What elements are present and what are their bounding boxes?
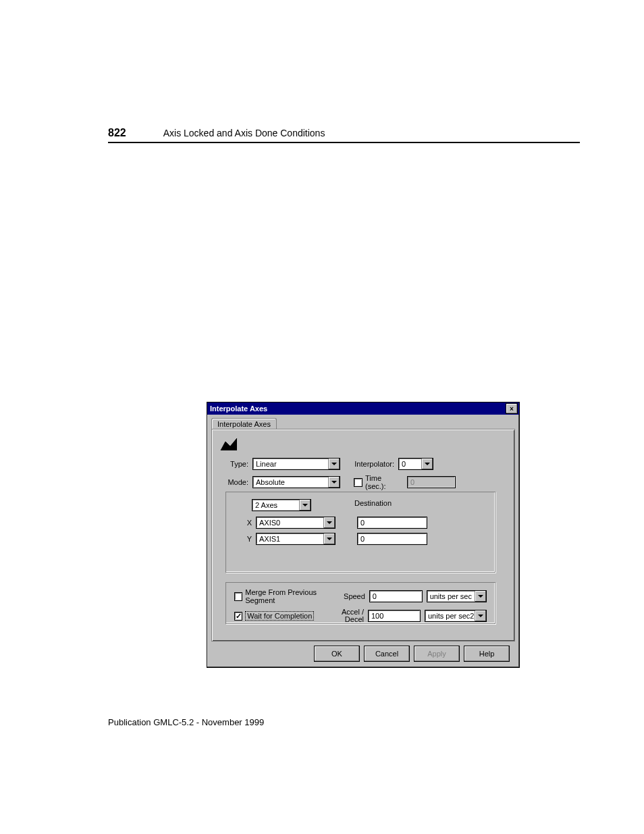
speed-input[interactable]: 0	[369, 590, 423, 602]
svg-marker-0	[221, 438, 237, 450]
interpolate-axes-dialog: Interpolate Axes × Interpolate Axes Type…	[207, 402, 520, 668]
row-mode: Mode: Absolute Time (sec.): 0	[220, 474, 506, 490]
mode-value: Absolute	[253, 478, 328, 486]
dialog-title: Interpolate Axes	[210, 405, 267, 413]
help-button[interactable]: Help	[464, 646, 510, 662]
time-checkbox[interactable]	[354, 478, 363, 487]
tab-panel: Type: Linear Interpolator: 0 Mode: Absol…	[211, 429, 515, 642]
merge-label: Merge From Previous Segment	[245, 588, 340, 604]
cancel-button[interactable]: Cancel	[364, 646, 410, 662]
time-input: 0	[407, 476, 456, 488]
accel-label: Accel / Decel	[339, 608, 368, 623]
chevron-down-icon	[299, 500, 311, 511]
row-axis-x: X AXIS0 0	[234, 517, 487, 529]
axis-y-value: AXIS1	[257, 535, 323, 543]
type-select[interactable]: Linear	[252, 458, 340, 470]
axes-count-select[interactable]: 2 Axes	[252, 499, 311, 511]
chevron-down-icon	[421, 459, 433, 469]
motion-group: Merge From Previous Segment Speed 0 unit…	[225, 582, 495, 624]
type-value: Linear	[253, 460, 328, 468]
wait-label-text: Wait for Completion	[245, 611, 314, 621]
mode-select[interactable]: Absolute	[252, 476, 340, 488]
tab-interpolate-axes[interactable]: Interpolate Axes	[211, 418, 277, 429]
mode-label: Mode:	[220, 478, 252, 486]
chevron-down-icon	[475, 610, 486, 621]
dialog-buttons: OK Cancel Apply Help	[314, 646, 510, 662]
ok-button[interactable]: OK	[314, 646, 360, 662]
axis-x-select[interactable]: AXIS0	[256, 517, 336, 529]
speed-label: Speed	[340, 592, 369, 600]
interpolator-value: 0	[399, 460, 421, 468]
titlebar: Interpolate Axes ×	[207, 402, 519, 415]
page-header: 822 Axis Locked and Axis Done Conditions	[108, 127, 580, 143]
page: 822 Axis Locked and Axis Done Conditions…	[0, 0, 644, 834]
speed-units-select[interactable]: units per sec	[427, 590, 487, 602]
chevron-down-icon	[328, 477, 340, 488]
time-label: Time (sec.):	[365, 474, 407, 490]
axes-count-value: 2 Axes	[252, 501, 299, 509]
section-title: Axis Locked and Axis Done Conditions	[163, 128, 325, 138]
accel-units-select[interactable]: units per sec2	[425, 610, 487, 622]
row-axis-y: Y AXIS1 0	[234, 533, 487, 545]
axis-y-label: Y	[234, 535, 256, 543]
wait-label: Wait for Completion	[245, 612, 339, 620]
interpolator-label: Interpolator:	[354, 460, 398, 468]
row-type: Type: Linear Interpolator: 0	[220, 458, 506, 470]
speed-units-value: units per sec	[427, 592, 475, 600]
merge-checkbox[interactable]	[234, 592, 242, 601]
accel-input[interactable]: 100	[368, 610, 421, 622]
type-label: Type:	[220, 460, 252, 468]
axis-x-destination[interactable]: 0	[357, 517, 427, 529]
close-button[interactable]: ×	[506, 403, 518, 414]
publication-footer: Publication GMLC-5.2 - November 1999	[108, 717, 264, 727]
accel-units-value: units per sec2	[425, 612, 475, 620]
wait-checkbox[interactable]	[234, 612, 242, 621]
row-wait-accel: Wait for Completion Accel / Decel 100 un…	[234, 608, 487, 623]
chevron-down-icon	[323, 517, 335, 528]
interpolate-icon	[220, 436, 238, 451]
page-number: 822	[108, 127, 126, 139]
axes-group: 2 Axes Destination X AXIS0 0 Y	[225, 492, 495, 573]
axis-y-destination[interactable]: 0	[357, 533, 427, 545]
chevron-down-icon	[323, 533, 335, 544]
close-icon: ×	[510, 405, 514, 413]
chevron-down-icon	[475, 591, 486, 602]
tab-strip: Interpolate Axes	[207, 415, 519, 429]
axis-x-label: X	[234, 519, 256, 527]
interpolator-select[interactable]: 0	[398, 458, 433, 470]
axis-x-value: AXIS0	[257, 519, 323, 527]
chevron-down-icon	[328, 459, 340, 469]
apply-button: Apply	[414, 646, 460, 662]
row-merge-speed: Merge From Previous Segment Speed 0 unit…	[234, 588, 487, 604]
axis-y-select[interactable]: AXIS1	[256, 533, 336, 545]
destination-header: Destination	[354, 499, 392, 507]
